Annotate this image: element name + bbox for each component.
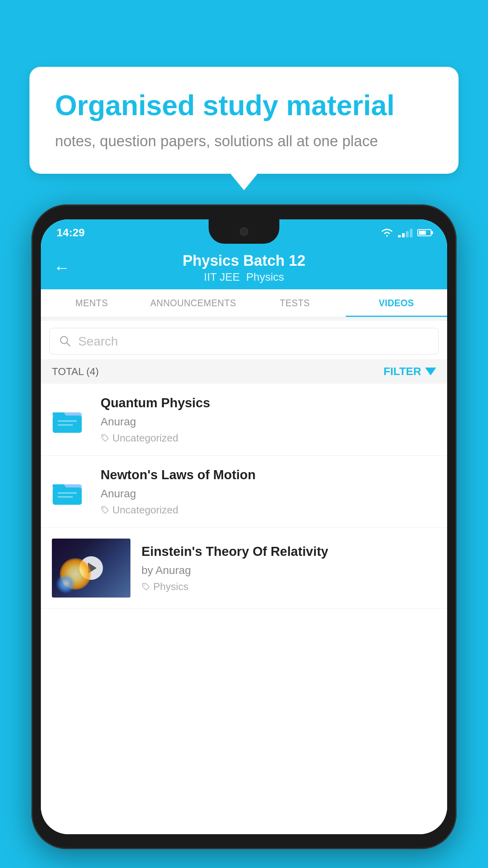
phone-frame: 14:29: [31, 204, 457, 849]
video-tag: Uncategorized: [101, 432, 436, 444]
header-tag-physics: Physics: [246, 271, 284, 283]
notch: [209, 219, 279, 244]
speech-bubble: Organised study material notes, question…: [29, 67, 459, 174]
app-header: ← Physics Batch 12 IIT JEE Physics: [41, 246, 447, 289]
tab-ments[interactable]: MENTS: [41, 289, 143, 317]
video-author: Anurag: [101, 487, 436, 500]
video-tag: Physics: [141, 581, 436, 593]
tag-icon: [101, 506, 109, 514]
battery-icon: [417, 229, 431, 236]
filter-icon: [425, 368, 436, 375]
video-title: Newton's Laws of Motion: [101, 467, 436, 484]
folder-icon: [52, 476, 83, 507]
tab-tests[interactable]: TESTS: [244, 289, 346, 317]
list-item[interactable]: Einstein's Theory Of Relativity by Anura…: [41, 528, 447, 609]
filter-label: FILTER: [383, 365, 421, 378]
video-list: Quantum Physics Anurag Uncategorized: [41, 384, 447, 834]
svg-rect-3: [53, 416, 82, 433]
video-title: Quantum Physics: [101, 395, 436, 412]
bubble-subtitle: notes, question papers, solutions all at…: [55, 131, 433, 152]
tag-label: Physics: [153, 581, 189, 593]
tag-label: Uncategorized: [112, 504, 178, 516]
list-item[interactable]: Newton's Laws of Motion Anurag Uncategor…: [41, 456, 447, 528]
video-thumbnail: [52, 539, 130, 598]
search-placeholder: Search: [78, 334, 118, 349]
tab-bar: MENTS ANNOUNCEMENTS TESTS VIDEOS: [41, 289, 447, 318]
video-author: by Anurag: [141, 564, 436, 577]
video-author: Anurag: [101, 416, 436, 428]
svg-point-6: [103, 436, 104, 437]
list-item[interactable]: Quantum Physics Anurag Uncategorized: [41, 384, 447, 456]
filter-bar: TOTAL (4) FILTER: [41, 359, 447, 384]
video-title: Einstein's Theory Of Relativity: [141, 543, 436, 560]
phone-screen: 14:29: [41, 219, 447, 834]
video-info: Newton's Laws of Motion Anurag Uncategor…: [101, 467, 436, 516]
video-tag: Uncategorized: [101, 504, 436, 516]
header-tag-iit: IIT JEE: [204, 271, 240, 283]
back-button[interactable]: ←: [53, 258, 70, 277]
svg-point-12: [144, 585, 145, 586]
camera-icon: [240, 227, 248, 236]
status-icons: [381, 228, 431, 237]
phone-container: 14:29: [31, 204, 457, 849]
orb2-decoration: [56, 574, 75, 594]
tab-videos[interactable]: VIDEOS: [346, 289, 448, 317]
wifi-icon: [381, 228, 393, 237]
svg-line-1: [67, 343, 70, 346]
status-time: 14:29: [57, 226, 85, 239]
video-info: Quantum Physics Anurag Uncategorized: [101, 395, 436, 444]
tag-icon: [101, 434, 109, 442]
search-icon: [59, 335, 71, 347]
svg-point-11: [103, 508, 104, 509]
tag-icon: [141, 582, 150, 591]
signal-icon: [398, 228, 413, 237]
total-label: TOTAL (4): [52, 366, 99, 378]
bubble-title: Organised study material: [55, 88, 433, 122]
video-info: Einstein's Theory Of Relativity by Anura…: [141, 543, 436, 593]
search-bar[interactable]: Search: [50, 328, 438, 355]
folder-icon: [52, 404, 83, 435]
header-subtitle: IIT JEE Physics: [204, 271, 284, 283]
tag-label: Uncategorized: [112, 432, 178, 444]
search-container: Search: [41, 321, 447, 362]
tab-announcements[interactable]: ANNOUNCEMENTS: [143, 289, 244, 317]
svg-rect-8: [53, 487, 82, 505]
filter-button[interactable]: FILTER: [383, 365, 436, 378]
screen-title: Physics Batch 12: [183, 252, 306, 269]
